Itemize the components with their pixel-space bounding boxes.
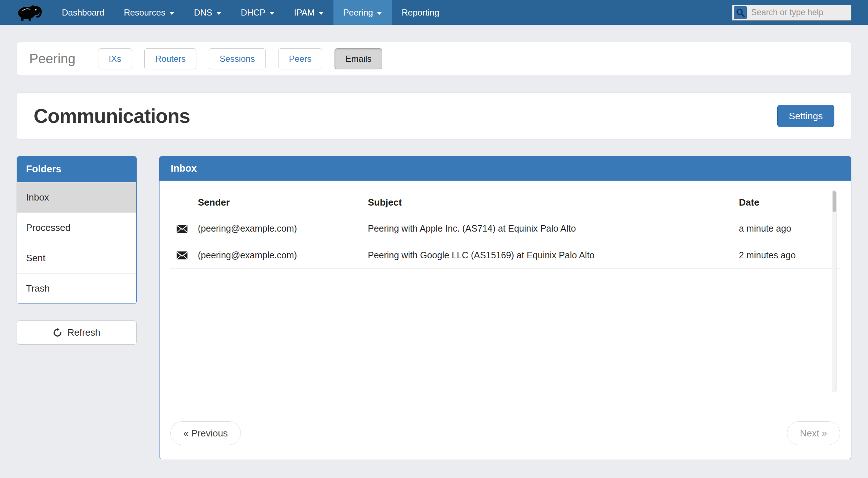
mail-table: Sender Subject Date (peering@example.com…: [170, 190, 840, 392]
communications-header-panel: Communications Settings: [17, 92, 851, 139]
nav-item-label: Reporting: [401, 8, 439, 18]
folder-item-processed[interactable]: Processed: [17, 212, 136, 243]
next-page-button[interactable]: Next »: [787, 421, 840, 445]
peering-section-bar: Peering IXs Routers Sessions Peers Email…: [17, 42, 851, 76]
navbar-search: [732, 5, 851, 21]
table-row[interactable]: (peering@example.com) Peering with Googl…: [170, 242, 840, 269]
tab-sessions[interactable]: Sessions: [209, 48, 265, 69]
nav-item-label: DHCP: [241, 8, 265, 18]
page-title: Communications: [34, 104, 190, 128]
tab-emails[interactable]: Emails: [335, 48, 382, 69]
chevron-down-icon: [169, 12, 174, 15]
nav-item-dashboard[interactable]: Dashboard: [52, 0, 114, 25]
folders-panel-title: Folders: [17, 156, 136, 182]
main-nav: Dashboard Resources DNS DHCP IPAM Peerin…: [52, 0, 449, 25]
folder-item-sent[interactable]: Sent: [17, 243, 136, 273]
mail-table-header: Sender Subject Date: [170, 190, 840, 215]
mail-date: 2 minutes ago: [739, 250, 840, 260]
refresh-icon: [53, 328, 62, 337]
nav-item-resources[interactable]: Resources: [114, 0, 184, 25]
top-navbar: Dashboard Resources DNS DHCP IPAM Peerin…: [0, 0, 868, 25]
mail-sender: (peering@example.com): [198, 223, 368, 234]
column-header-subject: Subject: [368, 197, 739, 208]
refresh-button[interactable]: Refresh: [17, 320, 137, 345]
search-input[interactable]: [732, 5, 851, 21]
chevron-down-icon: [216, 12, 221, 15]
nav-item-label: IPAM: [294, 8, 315, 18]
folder-item-inbox[interactable]: Inbox: [17, 182, 136, 212]
chevron-down-icon: [269, 12, 275, 15]
main-content: Folders Inbox Processed Sent Trash Refre…: [17, 156, 851, 459]
nav-item-reporting[interactable]: Reporting: [392, 0, 449, 25]
chevron-down-icon: [319, 12, 324, 15]
nav-item-ipam[interactable]: IPAM: [284, 0, 333, 25]
previous-page-button[interactable]: « Previous: [170, 421, 241, 445]
folders-panel: Folders Inbox Processed Sent Trash: [17, 156, 137, 304]
nav-item-label: DNS: [194, 8, 212, 18]
nav-item-peering[interactable]: Peering: [333, 0, 392, 25]
app-logo[interactable]: [0, 0, 52, 25]
refresh-button-label: Refresh: [67, 327, 100, 338]
pagination: « Previous Next »: [170, 421, 840, 445]
folder-item-trash[interactable]: Trash: [17, 273, 136, 303]
column-header-sender: Sender: [198, 197, 368, 208]
chevron-down-icon: [377, 12, 382, 15]
section-title: Peering: [29, 51, 76, 66]
envelope-icon: [170, 251, 198, 260]
tab-ixs[interactable]: IXs: [98, 48, 132, 69]
nav-item-dns[interactable]: DNS: [184, 0, 231, 25]
nav-item-label: Dashboard: [62, 8, 104, 18]
tab-peers[interactable]: Peers: [278, 48, 323, 69]
nav-item-dhcp[interactable]: DHCP: [231, 0, 284, 25]
mail-sender: (peering@example.com): [198, 250, 368, 260]
envelope-icon: [170, 224, 198, 233]
inbox-body: Sender Subject Date (peering@example.com…: [159, 181, 851, 459]
mail-subject: Peering with Apple Inc. (AS714) at Equin…: [368, 223, 739, 234]
folders-column: Folders Inbox Processed Sent Trash Refre…: [17, 156, 137, 345]
scrollbar[interactable]: [832, 190, 837, 392]
scrollbar-thumb[interactable]: [833, 191, 836, 212]
tab-routers[interactable]: Routers: [144, 48, 196, 69]
mail-subject: Peering with Google LLC (AS15169) at Equ…: [368, 250, 739, 260]
inbox-panel-title: Inbox: [159, 156, 851, 181]
nav-item-label: Resources: [124, 8, 165, 18]
elephant-logo-icon: [17, 4, 43, 22]
table-row[interactable]: (peering@example.com) Peering with Apple…: [170, 215, 840, 242]
nav-item-label: Peering: [343, 8, 373, 18]
settings-button[interactable]: Settings: [777, 105, 834, 127]
inbox-panel: Inbox Sender Subject Date: [159, 156, 851, 459]
mail-date: a minute ago: [739, 223, 840, 234]
column-header-date: Date: [739, 197, 840, 208]
